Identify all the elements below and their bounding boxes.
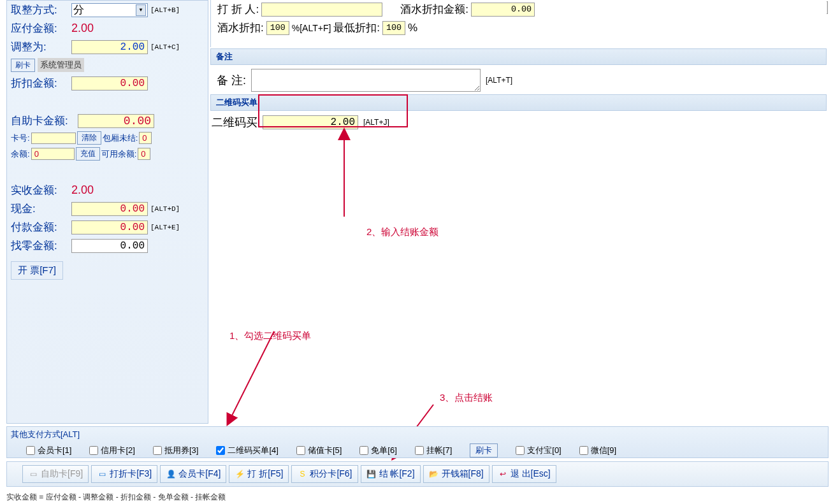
chevron-down-icon: ▼ [136,4,146,16]
cash-label: 现金: [11,201,71,216]
checkout-button[interactable]: 💾结 帐[F2] [361,465,421,483]
received-value: 2.00 [71,184,94,197]
pm-credit-card[interactable]: 信用卡[2] [89,445,134,456]
qr-label: 二维码买 [212,115,257,130]
status-bar: 实收金额 = 应付金额 - 调整金额 - 折扣金额 - 免单金额 - 挂帐金额 [6,491,829,504]
room-unpaid-value: 0 [139,132,152,144]
card-icon: ▭ [97,469,107,479]
room-unpaid-label: 包厢未结: [103,133,138,144]
exit-button[interactable]: ↩退 出[Esc] [492,465,556,483]
wine-discount-label: 酒水折扣: [217,20,264,35]
min-discount-input[interactable] [382,21,405,35]
remark-header: 备注 [210,48,827,65]
cash-input[interactable] [71,202,148,216]
pm-swipe-button[interactable]: 刷卡 [470,443,498,457]
pm-credit[interactable]: 挂帐[7] [415,445,452,456]
annotation-step3: 3、点击结账 [440,392,493,404]
adjust-label: 调整为: [11,40,71,54]
swipe-card-button[interactable]: 刷卡 [11,59,35,72]
min-discount-label: 最低折扣: [333,20,380,35]
adjust-hotkey: [ALT+C] [150,43,180,51]
discount-button[interactable]: ⚡打 折[F5] [229,465,289,483]
payment-methods-panel: 其他支付方式[ALT] 会员卡[1] 信用卡[2] 抵用券[3] 二维码买单[4… [6,426,829,458]
qr-input[interactable] [263,115,358,129]
cashbox-icon: 📂 [429,469,439,479]
pm-qr-code[interactable]: 二维码买单[4] [216,445,278,456]
exit-icon: ↩ [498,469,508,479]
cardno-input[interactable] [31,133,76,144]
discount-amt-label: 折扣金额: [11,76,71,90]
change-label: 找零金额: [11,238,71,253]
points-icon: S [297,469,307,479]
pm-stored-card[interactable]: 储值卡[5] [296,445,342,456]
qr-section: 二维码买单 二维码买 [ALT+J] [210,94,827,134]
available-label: 可用余额: [101,148,137,160]
change-input [71,239,148,253]
svg-line-1 [229,331,274,421]
received-label: 实收金额: [11,183,71,198]
card-icon: ▭ [28,469,38,479]
wine-discount-amt-label: 酒水折扣金额: [400,2,468,17]
remark-input[interactable] [251,69,481,92]
bottom-button-bar: ▭自助卡[F9] ▭打折卡[F3] 👤会员卡[F4] ⚡打 折[F5] S积分卡… [6,461,829,487]
pm-wechat[interactable]: 微信[9] [579,445,616,456]
arrow-2 [319,127,382,229]
wine-discount-input[interactable] [266,21,289,35]
qr-hotkey: [ALT+J] [363,118,389,127]
balance-value: 0 [31,148,75,160]
payment-label: 付款金额: [11,220,71,234]
remark-section: 备注 备 注: [ALT+T] [210,48,827,96]
user-icon: 👤 [166,469,176,479]
payment-hotkey: [ALT+E] [150,224,180,231]
remark-hotkey: [ALT+T] [486,76,512,85]
payment-methods-title: 其他支付方式[ALT] [7,427,828,442]
clear-button[interactable]: 清除 [77,131,101,145]
selfcard-label: 自助卡金额: [11,113,78,128]
rounding-hotkey: [ALT+B] [150,6,180,14]
payable-value: 2.00 [71,22,94,35]
cashbox-button[interactable]: 📂开钱箱[F8] [423,465,489,483]
discount-amt-input[interactable] [71,76,148,90]
sys-admin-label: 系统管理员 [38,58,84,72]
selfcard-input[interactable] [78,114,154,128]
recharge-button[interactable]: 充值 [76,147,100,161]
qr-header: 二维码买单 [210,94,827,111]
payable-label: 应付金额: [11,21,71,36]
discounter-label: 打 折 人: [217,2,259,17]
discount-icon: ⚡ [235,469,245,479]
wine-discount-amt-input[interactable] [471,3,535,17]
wine-discount-hotkey: %[ALT+F] [292,23,331,33]
left-panel: 取整方式: 分 ▼ [ALT+B] 应付金额: 2.00 调整为: [ALT+C… [6,0,208,424]
pm-free[interactable]: 免单[6] [359,445,396,456]
arrow-1 [210,127,370,433]
pm-alipay[interactable]: 支付宝[0] [516,445,561,456]
rounding-dropdown[interactable]: 分 ▼ [71,3,148,17]
discount-card-button[interactable]: ▭打折卡[F3] [91,465,157,483]
discounter-input[interactable] [261,3,382,17]
top-discount-panel: 打 折 人: 酒水折扣金额: 酒水折扣: %[ALT+F] 最低折扣: % [210,0,827,47]
balance-label: 余额: [11,148,30,160]
cardno-label: 卡号: [11,133,30,144]
annotation-step2: 2、输入结账金额 [366,226,438,238]
pm-member-card[interactable]: 会员卡[1] [26,445,71,456]
cash-hotkey: [ALT+D] [150,205,180,213]
rounding-label: 取整方式: [11,3,71,17]
selfcard-button[interactable]: ▭自助卡[F9] [22,465,89,483]
remark-label: 备 注: [217,73,246,88]
payment-input[interactable] [71,220,148,234]
available-value: 0 [138,148,150,160]
member-card-button[interactable]: 👤会员卡[F4] [160,465,226,483]
invoice-button[interactable]: 开 票[F7] [11,261,63,280]
percent-label: % [408,22,417,34]
points-card-button[interactable]: S积分卡[F6] [291,465,358,483]
pm-voucher[interactable]: 抵用券[3] [153,445,198,456]
annotation-step1: 1、勾选二维码买单 [229,330,311,342]
adjust-input[interactable] [71,40,148,54]
save-icon: 💾 [366,469,377,479]
